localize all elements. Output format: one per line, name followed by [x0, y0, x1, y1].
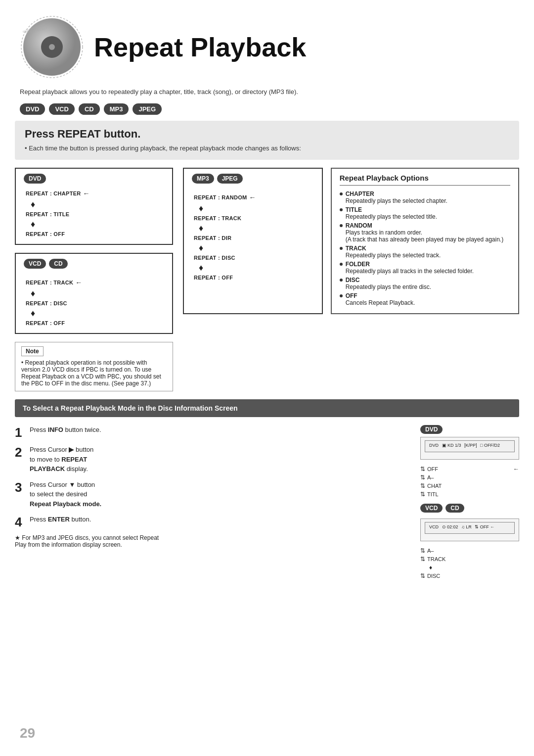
vcd-arrow-1: ♦	[26, 289, 35, 298]
vcd-repeat-track: REPEAT : TRACK	[26, 280, 73, 285]
bullet-chapter	[340, 192, 343, 195]
footnote: ★ For MP3 and JPEG discs, you cannot sel…	[15, 534, 410, 548]
bullet-title	[340, 208, 343, 211]
jpeg-label: JPEG	[217, 174, 243, 184]
middle-right-area: MP3 JPEG REPEAT : RANDOM ← ♦ REPEAT : TR…	[183, 168, 519, 391]
option-track-text: TRACKRepeatedly plays the selected track…	[346, 245, 441, 259]
mp3-jpeg-labels: MP3 JPEG	[192, 174, 314, 188]
press-repeat-desc: • Each time the button is pressed during…	[25, 144, 509, 152]
dvd-osd-off: ⇅ OFF ←	[420, 466, 519, 472]
step-3-num: 3	[15, 481, 30, 494]
cd-label: CD	[49, 259, 67, 269]
badge-jpeg: JPEG	[133, 103, 162, 115]
mp3-flow-item-track: REPEAT : TRACK	[194, 215, 241, 221]
bullet-disc	[340, 279, 343, 282]
option-folder: FOLDERRepeatedly plays all tracks in the…	[340, 261, 510, 275]
vcd-track-arrow: ←	[75, 279, 82, 286]
vcd-repeat-disc: REPEAT : DISC	[26, 300, 67, 306]
mp3-arrow-1: ♦	[194, 204, 203, 213]
vcd-osd-a-text: A–	[427, 548, 434, 554]
mp3-arrow-4: ♦	[194, 263, 203, 272]
option-title: TITLERepeatedly plays the selected title…	[340, 206, 510, 220]
step-1-text: Press INFO button twice.	[30, 425, 101, 435]
mp3-flow-item-dir: REPEAT : DIR	[194, 235, 231, 241]
note-box: Note • Repeat playback operation is not …	[15, 342, 173, 391]
bullet-folder	[340, 263, 343, 266]
mp3-flow-connector: REPEAT : RANDOM ← ♦ REPEAT : TRACK ♦ REP…	[192, 191, 314, 283]
svg-point-3	[49, 44, 55, 50]
vcd-osd-options: ⇅ A– ⇅ TRACK ♦ ⇅ DISC	[420, 547, 519, 579]
step-3: 3 Press Cursor ▼ buttonto select the des…	[15, 480, 410, 509]
mp3-flow-item-off: REPEAT : OFF	[194, 275, 233, 281]
dvd-repeat-off: REPEAT : OFF	[26, 231, 65, 237]
press-repeat-section: Press REPEAT button. • Each time the but…	[15, 121, 519, 160]
vcd-display-label: VCD	[420, 504, 443, 513]
dvd-osd-options: ⇅ OFF ← ⇅ A– ⇅ CHAT ⇅ TITL	[420, 466, 519, 498]
dvd-display-screen: DVD ▣ KD 1/3 [K/PP] □ OFF/D2	[420, 437, 519, 460]
display-panels: DVD DVD ▣ KD 1/3 [K/PP] □ OFF/D2 ⇅ OFF ←	[420, 425, 519, 585]
dvd-flow-item-off: REPEAT : OFF	[26, 231, 65, 237]
options-title: Repeat Playback Options	[340, 174, 510, 186]
mp3-repeat-disc: REPEAT : DISC	[194, 255, 235, 261]
dvd-osd-off-icon: ⇅	[420, 466, 425, 472]
badge-cd: CD	[79, 103, 100, 115]
note-title: Note	[21, 346, 44, 356]
dvd-display-label: DVD	[420, 425, 443, 434]
bullet-track	[340, 247, 343, 250]
options-box: Repeat Playback Options CHAPTERRepeatedl…	[331, 168, 519, 314]
vcd-flow-item-track: REPEAT : TRACK ←	[26, 279, 82, 286]
dvd-flow-box: DVD REPEAT : CHAPTER ← ♦ REPEAT : TITLE …	[15, 168, 173, 245]
option-off-text: OFFCancels Repeat Playback.	[346, 292, 415, 306]
header: 01010101010101010 10101010101010101 Repe…	[0, 0, 534, 84]
dvd-screen-inner: DVD ▣ KD 1/3 [K/PP] □ OFF/D2	[425, 440, 515, 452]
vcd-cd-display-labels: VCD CD	[420, 504, 519, 516]
vcd-osd-disc-icon: ⇅	[420, 572, 425, 579]
dvd-chapter-arrow: ←	[83, 189, 90, 197]
vcd-osd-track-text: TRACK	[427, 556, 445, 562]
option-off: OFFCancels Repeat Playback.	[340, 292, 510, 306]
format-badges-row: DVD VCD CD MP3 JPEG	[0, 103, 534, 121]
mp3-repeat-dir: REPEAT : DIR	[194, 235, 231, 241]
vcd-osd-a: ⇅ A–	[420, 547, 519, 554]
dvd-panel: DVD DVD ▣ KD 1/3 [K/PP] □ OFF/D2 ⇅ OFF ←	[420, 425, 519, 498]
vcd-cd-labels: VCD CD	[24, 259, 164, 273]
step-4-num: 4	[15, 516, 30, 528]
vcd-osd-track-icon: ⇅	[420, 556, 425, 563]
step-1-num: 1	[15, 426, 30, 439]
step-3-text: Press Cursor ▼ buttonto select the desir…	[30, 480, 101, 509]
dvd-osd-off-text: OFF	[427, 466, 438, 472]
options-list: CHAPTERRepeatedly plays the selected cha…	[340, 190, 510, 306]
dvd-flow-item-title: REPEAT : TITLE	[26, 211, 69, 217]
vcd-cd-flow-box: VCD CD REPEAT : TRACK ← ♦ REPEAT : DISC …	[15, 253, 173, 334]
dvd-flow-item-chapter: REPEAT : CHAPTER ←	[26, 189, 90, 197]
left-column: DVD REPEAT : CHAPTER ← ♦ REPEAT : TITLE …	[15, 168, 173, 391]
cd-display-label: CD	[445, 504, 464, 513]
mp3-repeat-track: REPEAT : TRACK	[194, 215, 241, 221]
dvd-repeat-chapter: REPEAT : CHAPTER	[26, 190, 81, 196]
main-content: DVD REPEAT : CHAPTER ← ♦ REPEAT : TITLE …	[0, 160, 534, 399]
vcd-osd-disc: ⇅ DISC	[420, 572, 519, 579]
page-title: Repeat Playback	[94, 32, 306, 62]
page-subtitle: Repeat playback allows you to repeatedly…	[0, 84, 534, 103]
badge-dvd: DVD	[20, 103, 45, 115]
dvd-arrow-2: ♦	[26, 220, 35, 229]
dvd-osd-a-text: A–	[427, 474, 434, 480]
select-mode-banner: To Select a Repeat Playback Mode in the …	[15, 399, 519, 417]
step-4: 4 Press ENTER button.	[15, 515, 410, 528]
vcd-cd-flow-connector: REPEAT : TRACK ← ♦ REPEAT : DISC ♦ REPEA…	[24, 277, 164, 328]
vcd-osd-track: ⇅ TRACK	[420, 556, 519, 563]
vcd-down-arrow: ♦	[420, 564, 519, 571]
option-title-text: TITLERepeatedly plays the selected title…	[346, 206, 437, 220]
step-2: 2 Press Cursor ▶ buttonto move to REPEAT…	[15, 445, 410, 474]
vcd-repeat-off: REPEAT : OFF	[26, 320, 65, 326]
dvd-osd-chat-icon: ⇅	[420, 482, 425, 489]
mp3-repeat-off: REPEAT : OFF	[194, 275, 233, 281]
badge-vcd: VCD	[49, 103, 74, 115]
option-random: RANDOMPlays tracks in random order.(A tr…	[340, 222, 510, 243]
dvd-arrow-1: ♦	[26, 200, 35, 209]
option-disc: DISCRepeatedly plays the entire disc.	[340, 277, 510, 290]
option-folder-text: FOLDERRepeatedly plays all tracks in the…	[346, 261, 474, 275]
step-2-text: Press Cursor ▶ buttonto move to REPEATPL…	[30, 445, 93, 474]
dvd-repeat-title: REPEAT : TITLE	[26, 211, 69, 217]
option-random-text: RANDOMPlays tracks in random order.(A tr…	[346, 222, 504, 243]
